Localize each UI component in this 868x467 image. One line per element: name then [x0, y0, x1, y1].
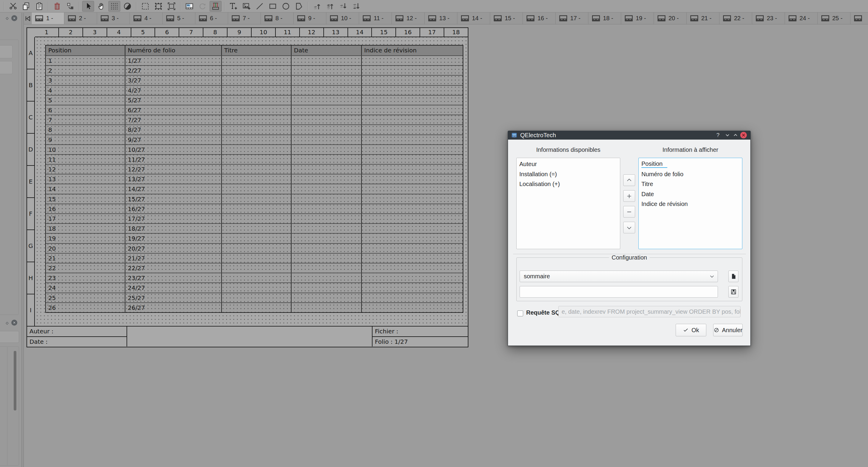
folio-tab-23[interactable]: 23 -: [752, 12, 785, 24]
displayed-list-item[interactable]: Position: [639, 159, 742, 169]
add-image-button[interactable]: [241, 1, 252, 11]
selection-resize-button[interactable]: [152, 1, 164, 11]
cut-button[interactable]: [7, 1, 19, 11]
pan-tool-button[interactable]: [95, 1, 107, 11]
add-line-button[interactable]: [254, 1, 266, 11]
help-button[interactable]: ?: [714, 132, 721, 139]
pan-hand-icon: [96, 1, 106, 11]
add-item-button[interactable]: [623, 190, 635, 202]
remove-item-button[interactable]: [623, 206, 635, 218]
conductors-button[interactable]: [210, 1, 221, 11]
selection-frame-button[interactable]: [165, 1, 178, 11]
folio-tab-15[interactable]: 15 -: [490, 12, 523, 24]
send-back-button[interactable]: [350, 1, 362, 11]
folio-tab-19[interactable]: 19 -: [621, 12, 654, 24]
folio-tab-overflow[interactable]: [850, 12, 868, 24]
dock-splitter[interactable]: [22, 13, 24, 467]
folio-tab-24[interactable]: 24 -: [785, 12, 818, 24]
folio-tab-25[interactable]: 25 -: [818, 12, 850, 24]
folio-tab-5[interactable]: 5 -: [163, 12, 195, 24]
move-up-button[interactable]: [623, 174, 635, 186]
add-text-button[interactable]: [227, 1, 239, 11]
paste-button[interactable]: [33, 1, 45, 11]
ok-button[interactable]: Ok: [676, 324, 706, 336]
displayed-list-item[interactable]: Indice de révision: [639, 199, 742, 209]
table-row: 77/27: [46, 114, 463, 125]
date-cell: [291, 194, 361, 204]
maximize-button[interactable]: [732, 132, 739, 139]
available-list-item[interactable]: Installation (=): [517, 169, 620, 179]
add-polygon-button[interactable]: [293, 1, 305, 11]
go-first-folio-button[interactable]: [24, 12, 32, 24]
antialias-toggle-button[interactable]: [122, 1, 133, 11]
save-configuration-button[interactable]: [728, 286, 739, 298]
select-tool-button[interactable]: [82, 1, 94, 11]
folio-cell: 17/27: [125, 214, 221, 223]
titleblock-editor-button[interactable]: [183, 1, 195, 11]
folio-tab-20[interactable]: 20 -: [654, 12, 687, 24]
grid-toggle-button[interactable]: [108, 1, 120, 11]
titre-cell: [221, 135, 291, 144]
folio-tab-3[interactable]: 3 -: [97, 12, 130, 24]
minimize-button[interactable]: [724, 132, 731, 139]
dialog-titlebar[interactable]: QElectroTech ?: [508, 131, 751, 140]
folio-tab-4[interactable]: 4 -: [130, 12, 163, 24]
folio-tab-1[interactable]: 1 -: [32, 12, 64, 24]
sql-query-input[interactable]: e, date, indexrev FROM project_summary_v…: [558, 306, 741, 317]
displayed-list-item[interactable]: Titre: [639, 179, 742, 189]
dock-float-icon[interactable]: [4, 15, 10, 22]
dock2-scrollbar[interactable]: [14, 351, 17, 410]
dock-button-stub-1[interactable]: [0, 45, 12, 58]
displayed-info-list[interactable]: PositionNuméro de folioTitreDateIndice d…: [639, 158, 742, 249]
cancel-button[interactable]: Annuler: [713, 324, 743, 336]
configuration-combobox[interactable]: sommaire: [520, 271, 718, 282]
folio-tab-8[interactable]: 8 -: [261, 12, 293, 24]
displayed-list-item[interactable]: Numéro de folio: [639, 169, 742, 179]
dock2-close-icon[interactable]: [11, 320, 17, 326]
copy-button[interactable]: [20, 1, 32, 11]
folio-tab-13[interactable]: 13 -: [425, 12, 457, 24]
folio-tab-7[interactable]: 7 -: [228, 12, 261, 24]
folio-tab-2[interactable]: 2 -: [64, 12, 97, 24]
dock-close-icon[interactable]: [11, 15, 17, 21]
bring-front-button[interactable]: [324, 1, 336, 11]
summary-table[interactable]: PositionNuméro de folioTitreDateIndice d…: [45, 45, 463, 313]
diagram-page[interactable]: 123456789101112131415161718 ABCDEFGHI Po…: [27, 27, 468, 347]
folio-tab-17[interactable]: 17 -: [556, 12, 588, 24]
dock2-filter-field[interactable]: [0, 331, 19, 343]
raise-button[interactable]: [311, 1, 323, 11]
folio-tab-22[interactable]: 22 -: [719, 12, 752, 24]
move-down-button[interactable]: [623, 222, 635, 233]
rotate-button[interactable]: [196, 1, 209, 11]
folio-tab-11[interactable]: 11 -: [359, 12, 392, 24]
sql-query-checkbox[interactable]: [517, 310, 523, 316]
new-configuration-button[interactable]: [728, 271, 739, 282]
folio-cell: 25/27: [125, 293, 221, 302]
displayed-list-item[interactable]: Date: [639, 189, 742, 199]
toolbar-separator: [4, 2, 4, 11]
dock2-float-icon[interactable]: [4, 320, 10, 326]
close-button[interactable]: [740, 132, 747, 138]
folio-tab-9[interactable]: 9 -: [293, 12, 327, 24]
dock-button-stub-2[interactable]: [0, 61, 12, 74]
folio-icon: [756, 15, 764, 22]
folio-tab-21[interactable]: 21 -: [687, 12, 719, 24]
folio-tab-18[interactable]: 18 -: [588, 12, 621, 24]
folio-tab-14[interactable]: 14 -: [457, 12, 490, 24]
folio-tab-10[interactable]: 10 -: [327, 12, 359, 24]
folio-tab-12[interactable]: 12 -: [392, 12, 425, 24]
selection-dashed-button[interactable]: [140, 1, 151, 11]
delete-button[interactable]: [51, 1, 63, 11]
add-rectangle-button[interactable]: [267, 1, 279, 11]
folio-tab-label: 17 -: [570, 15, 580, 22]
transform-button[interactable]: [64, 1, 76, 11]
lower-button[interactable]: [337, 1, 349, 11]
titre-cell: [221, 303, 291, 312]
folio-tab-16[interactable]: 16 -: [523, 12, 556, 24]
folio-tab-6[interactable]: 6 -: [195, 12, 228, 24]
available-list-item[interactable]: Auteur: [517, 159, 620, 169]
available-info-list[interactable]: AuteurInstallation (=)Localisation (+): [516, 158, 620, 249]
configuration-name-input[interactable]: [520, 286, 718, 298]
available-list-item[interactable]: Localisation (+): [517, 179, 620, 189]
add-ellipse-button[interactable]: [280, 1, 292, 11]
